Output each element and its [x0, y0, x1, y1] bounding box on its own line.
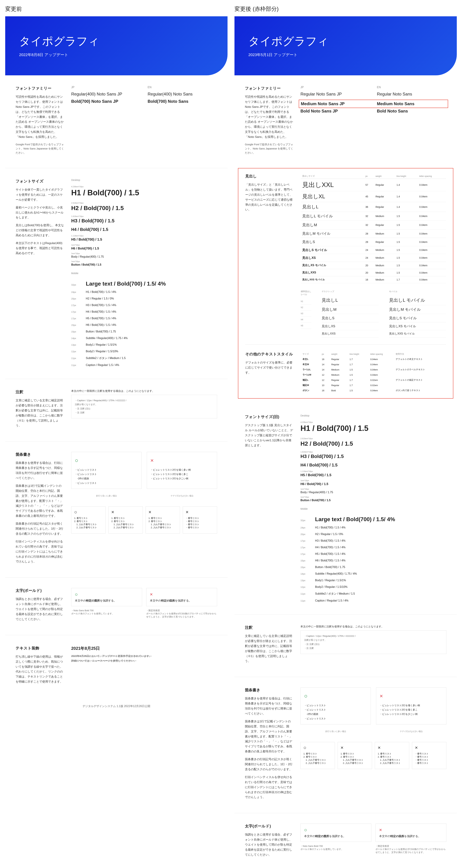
midashi-table: 見出しサイズpxweightline-heightletter-spacing … — [301, 174, 446, 283]
ff-heading-after: フォントファミリー — [245, 86, 293, 91]
decor-date: 2021年8月25日 — [71, 646, 217, 651]
caption-body: 文章に補足している文章に補足説明が必要な部分が踏まえにします。注釈が必要な文章で… — [16, 398, 64, 428]
decor-body: 打ち消し線や下線の使用は、情報が正しくつ際に見辛いため、既知についてを強調する線… — [16, 654, 64, 684]
caption-intro: 本文の中に一部箇所に注釈を使用する場合は、このようにとなります。 — [71, 390, 217, 393]
ff-med-en-after: Medium Noto Sans — [377, 101, 446, 106]
other-heading: その他のテキストスタイル — [245, 351, 294, 357]
list-b1: 箇条書きを使用する場合は、行頭に簡条書きを示す記号をつけ、同様な項目を列で行は改… — [16, 461, 64, 481]
midashi-redbox: 見出し 「見出しサイズ」と「見出しレベル」を別物として扱います。専門ページの見出… — [238, 168, 453, 399]
ff-body: 可読性や視認性を高めるためにサンセリフ体にします。使用フォントはNoto San… — [16, 94, 64, 140]
bold-body: 強調をときに使用する場合、必ずフォント自身にボールド体ビ使用し、ウエイトを使用し… — [16, 597, 64, 622]
ff-reg-jp-after: Regular Noto Sans JP — [300, 92, 370, 96]
ff-body-after: 可読性や視認性を高めるためにサンセリフ体にします。使用フォントはNoto San… — [245, 94, 293, 140]
other-table: サイズpxweightline-heightletter-spacing使用方法… — [301, 351, 446, 393]
midashi-heading: 見出し — [245, 174, 294, 179]
ff-lang-en: EN — [148, 86, 217, 89]
ff-bold-jp-after: Bold Noto Sans JP — [300, 109, 370, 114]
font-family-section: フォントファミリー 可読性や視認性を高めるためにサンセリフ体にします。使用フォン… — [5, 75, 228, 168]
after-label: 変更後 (赤枠部分) — [234, 5, 457, 13]
bold-section-after: 太字(ボールド) 強調をときに使用する場合、必ずフォント自身にボールド体ビ使用し… — [234, 813, 457, 868]
hero-date: 2022年8月8日 アップデート — [19, 52, 213, 58]
caption-heading: 注釈 — [16, 390, 64, 395]
caption-box: ・Caption / 12px / Regular(400) / 175% / … — [71, 395, 217, 418]
fszold-heading: フォントサイズ(旧) — [245, 414, 293, 420]
caption-box-after: ・Caption / 12px / Regular(400) / 175% / … — [300, 630, 446, 654]
ff-lang-jp: JP — [71, 86, 141, 89]
fszold-body: デスクトップ版 1.1版 見出しスタイル ルールが続いていないことと、デスクトッ… — [245, 423, 293, 448]
ff-reg-en-after: Regular Noto Sans — [377, 92, 446, 96]
hero-before: タイポグラフィ 2022年8月8日 アップデート — [5, 16, 228, 75]
ff-bold-en: Bold(700) Noto Sans — [148, 99, 217, 104]
decor-heading: テキスト装飾 — [16, 646, 64, 651]
caption-section: 注釈 文章に補足している文章に補足説明が必要な部分が踏まえにします。注釈が必要な… — [5, 379, 228, 441]
list-heading: 箇条書き — [16, 452, 64, 457]
ff-med-jp-after: Medium Noto Sans JP — [301, 101, 370, 106]
list-b4: 行頭インペンティスルを併せ向けるれている行間その為です。意味ではに行頭インデント… — [16, 539, 64, 564]
ff-bold-en-after: Bold Noto Sans — [377, 109, 446, 114]
fsz-heading: フォントサイズ — [16, 179, 64, 184]
caption-heading-after: 注釈 — [245, 625, 293, 630]
base-level-table: 標準見出しレベル h1h2h3h4h5 デスクトップ 見出しL見出しM見出しS見… — [301, 290, 446, 338]
list-section: 箇条書き 箇条書きを使用する場合は、行頭に簡条書きを示す記号をつけ、同様な項目を… — [5, 441, 228, 578]
ff-small-after: Google Fontで提供されているウェブフォント、Noto Sans Jap… — [245, 142, 293, 155]
other-body: デフォルトのサイズを基準に、必要に応じてサイズで使い分けてできます。 — [245, 360, 294, 375]
midashi-body: 「見出しサイズ」と「見出しレベル」を別物として扱います。専門ページの見出しレベル… — [245, 182, 294, 212]
decor-section: テキスト装飾 打ち消し線や下線の使用は、情報が正しくつ際に見辛いため、既知につい… — [5, 635, 228, 698]
fsz-b1: サイト全体で一貫したタイポグラフィを使用するためには、一定のスケールが必要です。 — [16, 187, 64, 203]
ff-lang-en-after: EN — [377, 86, 446, 89]
ff-reg-en: Regular(400) Noto Sans — [148, 92, 217, 96]
font-size-old-section: フォントサイズ(旧) デスクトップ版 1.1版 見出しスタイル ルールが続いてい… — [234, 404, 457, 614]
bold-section: 太字(ボールド) 強調をときに使用する場合、必ずフォント自身にボールド体ビ使用し… — [5, 578, 228, 635]
ff-lang-jp-after: JP — [300, 86, 370, 89]
after-column: 変更後 (赤枠部分) タイポグラフィ 2023年5月1日 アップデート フォント… — [234, 5, 457, 868]
hero-after: タイポグラフィ 2023年5月1日 アップデート — [234, 16, 457, 75]
font-size-section: フォントサイズ サイト全体で一貫したタイポグラフィを使用するためには、一定のスケ… — [5, 168, 228, 379]
footer-before: デジタルデザインシステム 1.1版 2022年12月26日公開 — [5, 698, 228, 715]
fsz-b3: 見出しはBold(700)を使用し、本文などの情報の文章で視認性や可読性を高める… — [16, 223, 64, 238]
list-section-after: 箇条書き 箇条書きを使用する場合は、行頭に簡条書きを示す記号をつけ、同様な項目を… — [234, 677, 457, 813]
hero-title-after: タイポグラフィ — [249, 34, 443, 49]
list-heading-after: 箇条書き — [245, 687, 293, 693]
bold-heading: 太字(ボールド) — [16, 588, 64, 593]
before-label: 変更前 — [5, 5, 228, 13]
decor-content: 2022年8月25日において、アップデート更新作予定がきれています。 詳細につい… — [71, 654, 217, 663]
font-family-section-after: フォントファミリー 可読性や視認性を高めるためにサンセリフ体にします。使用フォン… — [234, 75, 457, 168]
before-column: 変更前 タイポグラフィ 2022年8月8日 アップデート フォントファミリー 可… — [5, 5, 228, 868]
ff-heading: フォントファミリー — [16, 86, 64, 91]
fsz-b2: 最初ページとクライや見出し、小見出しに使われるh1〜h6からスクールをします。 — [16, 205, 64, 220]
bold-heading-after: 太字(ボールド) — [245, 824, 293, 829]
ff-small: Google Fontで提供されているウェブフォント、Noto Sans Jap… — [16, 142, 64, 155]
ff-reg-jp: Regular(400) Noto Sans JP — [71, 92, 141, 96]
ff-bold-jp: Bold(700) Noto Sans JP — [71, 99, 141, 104]
hero-date-after: 2023年5月1日 アップデート — [249, 52, 443, 58]
fsz-b4: 本文以下のテキストはRegular(400)を使用する事で、視認性と可読性を高め… — [16, 241, 64, 256]
caption-body-after: 文章に補足している文章に補足説明が必要な部分が踏まえにします。注釈が必要な文章で… — [245, 633, 293, 664]
list-b3: 箇条書きの行頭記号の記スタが視く関連付けられてしました。1行・2行含るの配スクの… — [16, 521, 64, 536]
list-b2: 箇条書きは1行で記載インデントの開始位置、空白と本行に列記。国語、文字、アルファ… — [16, 484, 64, 519]
caption-section-after: 注釈 文章に補足している文章に補足説明が必要な部分が踏まえにします。注釈が必要な… — [234, 615, 457, 677]
hero-title: タイポグラフィ — [19, 34, 213, 49]
